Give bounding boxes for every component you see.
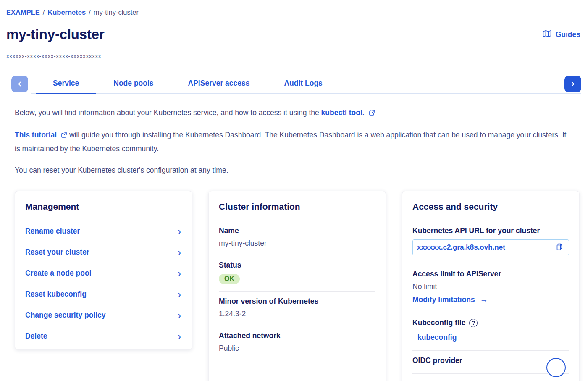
external-link-icon <box>367 109 375 118</box>
field-value: my-tiny-cluster <box>219 239 375 248</box>
access-limit-section: Access limit to APIServer No limit Modif… <box>412 264 569 313</box>
oidc-provider-button[interactable] <box>546 358 566 377</box>
attached-network-field: Attached network Public <box>219 326 375 360</box>
guides-map-icon <box>543 30 551 39</box>
field-value: 1.24.3-2 <box>219 310 375 318</box>
chevron-right-icon: › <box>178 269 181 278</box>
cluster-status-field: Status OK <box>219 255 375 292</box>
oidc-provider-label: OIDC provider <box>412 356 569 365</box>
kubeconfig-label: Kubeconfig file ? <box>412 318 569 327</box>
rename-cluster-action[interactable]: Rename cluster › <box>25 221 182 242</box>
management-card-title: Management <box>25 202 182 221</box>
chevron-right-icon: › <box>178 248 181 257</box>
action-label: Create a node pool <box>25 269 92 278</box>
chevron-right-icon <box>570 81 576 87</box>
page-header: EXAMPLE / Kubernetes / my-tiny-cluster m… <box>0 0 588 59</box>
help-icon[interactable]: ? <box>469 319 478 327</box>
action-label: Reset your cluster <box>25 248 89 257</box>
breadcrumb-separator: / <box>89 8 91 16</box>
change-security-policy-action[interactable]: Change security policy › <box>25 305 182 326</box>
kubeconfig-download-link[interactable]: kubeconfig <box>417 333 457 342</box>
field-label: Minor version of Kubernetes <box>219 297 375 306</box>
management-card: Management Rename cluster › Reset your c… <box>15 191 192 350</box>
kubernetes-cluster-page: EXAMPLE / Kubernetes / my-tiny-cluster m… <box>0 0 588 381</box>
access-limit-value: No limit <box>412 282 569 291</box>
access-security-card: Access and security Kubernetes API URL f… <box>402 191 580 381</box>
field-value: Public <box>219 344 375 353</box>
api-url-box: xxxxxx.c2.gra.k8s.ovh.net <box>412 239 569 255</box>
cluster-information-card: Cluster information Name my-tiny-cluster… <box>208 191 386 381</box>
intro-text-1: Below, you will find information about y… <box>15 108 319 117</box>
minor-version-field: Minor version of Kubernetes 1.24.3-2 <box>219 292 375 326</box>
field-label: Status <box>219 261 375 270</box>
page-title: my-tiny-cluster <box>6 26 105 42</box>
tab-list: Service Node pools APIServer access Audi… <box>36 74 340 94</box>
external-link-icon <box>59 131 67 140</box>
action-label: Reset kubeconfig <box>25 290 87 299</box>
chevron-right-icon: › <box>178 332 181 341</box>
copy-icon <box>555 243 564 252</box>
delete-action[interactable]: Delete › <box>25 326 182 347</box>
tab-service[interactable]: Service <box>36 74 96 94</box>
chevron-right-icon: › <box>178 311 181 320</box>
field-label: Attached network <box>219 331 375 340</box>
kubectl-tool-link[interactable]: kubectl tool. <box>321 108 375 117</box>
tab-audit-logs[interactable]: Audit Logs <box>267 74 339 94</box>
intro-text-2: will guide you through installing the Ku… <box>15 131 566 153</box>
action-label: Change security policy <box>25 311 106 320</box>
chevron-left-icon <box>17 81 23 87</box>
arrow-right-icon: → <box>480 295 488 304</box>
tab-apiserver-access[interactable]: APIServer access <box>171 74 267 94</box>
breadcrumb: EXAMPLE / Kubernetes / my-tiny-cluster <box>6 8 581 16</box>
cards-row: Management Rename cluster › Reset your c… <box>15 191 580 381</box>
chevron-right-icon: › <box>178 290 181 299</box>
api-url-label: Kubernetes API URL for your cluster <box>412 226 569 235</box>
main-content: Below, you will find information about y… <box>0 106 588 381</box>
tab-bar: Service Node pools APIServer access Audi… <box>11 74 581 94</box>
tutorial-link[interactable]: This tutorial <box>15 131 67 139</box>
guides-button[interactable]: Guides <box>543 30 580 39</box>
breadcrumb-separator: / <box>43 8 45 16</box>
reset-cluster-action[interactable]: Reset your cluster › <box>25 242 182 263</box>
breadcrumb-link-example[interactable]: EXAMPLE <box>6 8 40 16</box>
create-node-pool-action[interactable]: Create a node pool › <box>25 263 182 284</box>
action-label: Rename cluster <box>25 227 80 236</box>
tab-node-pools[interactable]: Node pools <box>96 74 171 94</box>
cluster-information-card-title: Cluster information <box>219 202 375 221</box>
tabs-scroll-right-button[interactable] <box>564 76 581 92</box>
guides-label: Guides <box>556 30 580 39</box>
status-badge: OK <box>219 274 240 284</box>
breadcrumb-link-kubernetes[interactable]: Kubernetes <box>47 8 86 16</box>
intro-paragraph-3: You can reset your Kubernetes cluster's … <box>15 164 580 177</box>
copy-api-url-button[interactable] <box>555 243 564 252</box>
access-limit-label: Access limit to APIServer <box>412 270 569 279</box>
cluster-name-field: Name my-tiny-cluster <box>219 221 375 255</box>
action-label: Delete <box>25 332 47 341</box>
access-security-card-title: Access and security <box>412 202 569 221</box>
tutorial-link-label: This tutorial <box>15 131 57 139</box>
cluster-id-subtitle: xxxxxx-xxxx-xxxx-xxxx-xxxxxxxxxx <box>6 53 581 59</box>
breadcrumb-current: my-tiny-cluster <box>94 8 139 16</box>
oidc-provider-section: OIDC provider <box>412 351 569 374</box>
tabs-scroll-left-button[interactable] <box>11 76 28 92</box>
chevron-right-icon: › <box>178 227 181 236</box>
modify-limitations-label: Modify limitations <box>412 295 475 304</box>
intro-paragraph-1: Below, you will find information about y… <box>15 106 580 120</box>
intro-paragraph-2: This tutorial will guide you through ins… <box>15 129 573 155</box>
api-url-section: Kubernetes API URL for your cluster xxxx… <box>412 221 569 264</box>
field-label: Name <box>219 226 375 235</box>
modify-limitations-link[interactable]: Modify limitations → <box>412 295 488 304</box>
title-row: my-tiny-cluster Guides <box>6 26 581 42</box>
kubeconfig-label-text: Kubeconfig file <box>412 318 465 327</box>
api-url-value: xxxxxx.c2.gra.k8s.ovh.net <box>417 243 505 252</box>
kubectl-tool-link-label: kubectl tool. <box>321 108 365 117</box>
kubeconfig-section: Kubeconfig file ? kubeconfig <box>412 313 569 351</box>
reset-kubeconfig-action[interactable]: Reset kubeconfig › <box>25 284 182 305</box>
